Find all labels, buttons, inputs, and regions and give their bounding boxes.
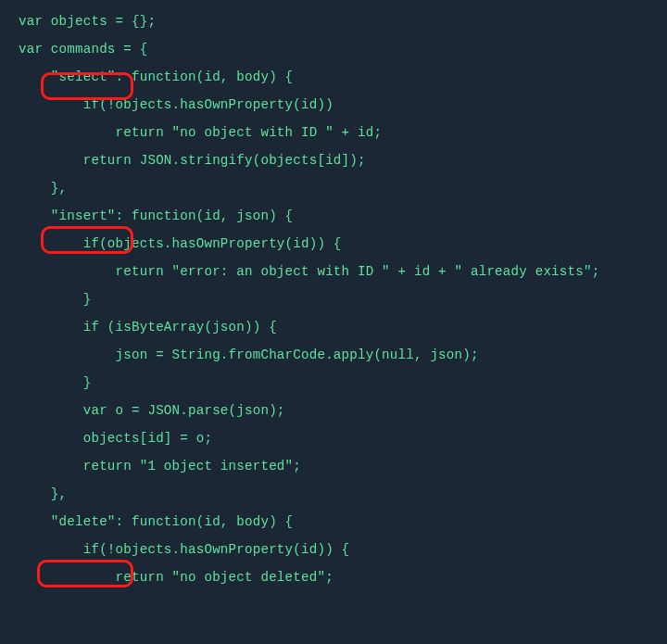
code-line-1: var objects = {}; [19, 14, 156, 29]
code-line-2: var commands = { [19, 42, 147, 57]
code-line-18: }, [19, 486, 67, 501]
code-line-20: if(!objects.hasOwnProperty(id)) { [19, 542, 349, 557]
code-line-12: if (isByteArray(json)) { [19, 320, 277, 335]
code-line-4: if(!objects.hasOwnProperty(id)) [19, 97, 334, 112]
code-line-3: "select": function(id, body) { [19, 69, 293, 84]
code-line-8: "insert": function(id, json) { [19, 208, 293, 223]
code-block: var objects = {}; var commands = { "sele… [0, 0, 667, 591]
code-line-11: } [19, 292, 91, 307]
code-line-13: json = String.fromCharCode.apply(null, j… [19, 347, 479, 362]
code-line-5: return "no object with ID " + id; [19, 125, 382, 140]
code-line-19: "delete": function(id, body) { [19, 514, 293, 529]
code-line-7: }, [19, 181, 67, 196]
code-line-15: var o = JSON.parse(json); [19, 403, 285, 418]
code-line-14: } [19, 375, 91, 390]
code-line-10: return "error: an object with ID " + id … [19, 264, 599, 279]
code-line-16: objects[id] = o; [19, 431, 212, 446]
code-line-21: return "no object deleted"; [19, 570, 334, 585]
code-line-9: if(objects.hasOwnProperty(id)) { [19, 236, 342, 251]
code-line-6: return JSON.stringify(objects[id]); [19, 153, 366, 168]
code-line-17: return "1 object inserted"; [19, 459, 301, 474]
